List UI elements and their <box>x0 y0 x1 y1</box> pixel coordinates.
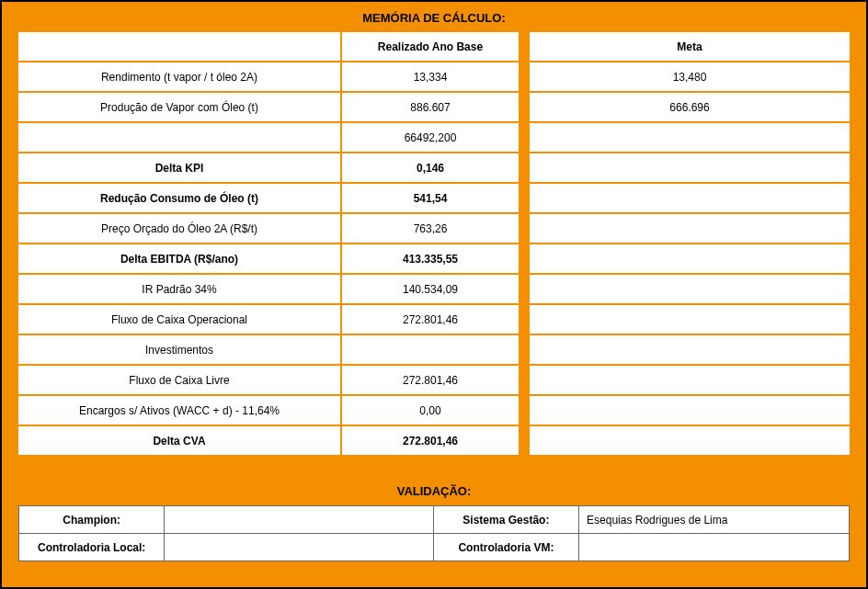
table-row: Delta KPI0,146 <box>18 153 519 182</box>
table-row: IR Padrão 34%140.534,09 <box>18 275 519 303</box>
table-row: 666.696 <box>530 93 850 121</box>
table-row: Preço Orçado do Óleo 2A (R$/t)763,26 <box>18 214 519 243</box>
validation-table: Champion: Sistema Gestão: Esequias Rodri… <box>18 505 850 561</box>
table-row <box>530 184 850 212</box>
contr-local-value <box>165 534 433 561</box>
row-realizado: 763,26 <box>342 214 519 243</box>
table-row <box>530 305 850 334</box>
row-meta <box>530 305 850 334</box>
row-label: IR Padrão 34% <box>18 275 340 303</box>
calc-header-row: Realizado Ano Base <box>18 32 519 61</box>
row-meta <box>530 214 850 243</box>
table-row <box>530 214 850 243</box>
page: MEMÓRIA DE CÁLCULO: Realizado Ano Base R… <box>0 0 868 589</box>
row-realizado: 541,54 <box>342 184 519 212</box>
validation-section: VALIDAÇÃO: Champion: Sistema Gestão: Ese… <box>2 479 866 561</box>
row-label: Delta CVA <box>18 426 340 455</box>
row-realizado <box>342 335 519 364</box>
row-meta: 13,480 <box>530 62 850 91</box>
table-row: Investimentos <box>18 335 519 364</box>
table-row: Redução Consumo de Óleo (t)541,54 <box>18 184 519 212</box>
table-row <box>530 396 850 425</box>
calc-header-meta-row: Meta <box>530 32 850 61</box>
table-row: Fluxo de Caixa Livre272.801,46 <box>18 366 519 394</box>
table-row <box>530 426 850 455</box>
row-meta <box>530 335 850 364</box>
contr-local-label: Controladoria Local: <box>19 534 165 561</box>
row-label: Produção de Vapor com Óleo (t) <box>18 93 340 121</box>
row-label: Preço Orçado do Óleo 2A (R$/t) <box>18 214 340 243</box>
row-label: Delta EBITDA (R$/ano) <box>18 244 340 273</box>
row-meta <box>530 244 850 273</box>
calc-right-block: Meta 13,480666.696 <box>530 32 850 455</box>
row-realizado: 272.801,46 <box>342 366 519 394</box>
validation-title: VALIDAÇÃO: <box>2 479 866 505</box>
header-realizado: Realizado Ano Base <box>342 32 519 61</box>
row-realizado: 140.534,09 <box>342 275 519 303</box>
table-row <box>530 335 850 364</box>
row-label: Fluxo de Caixa Livre <box>18 366 340 394</box>
sistema-label: Sistema Gestão: <box>433 506 578 534</box>
row-realizado: 13,334 <box>342 62 519 91</box>
row-realizado: 0,146 <box>342 153 519 182</box>
champion-label: Champion: <box>19 506 165 534</box>
row-realizado: 0,00 <box>342 396 519 425</box>
champion-value <box>165 506 433 534</box>
calc-left-block: Realizado Ano Base Rendimento (t vapor /… <box>18 32 519 455</box>
row-realizado: 886.607 <box>342 93 519 121</box>
validation-row-1: Champion: Sistema Gestão: Esequias Rodri… <box>19 506 850 534</box>
row-meta <box>530 123 850 152</box>
table-row: Fluxo de Caixa Operacional272.801,46 <box>18 305 519 334</box>
row-meta <box>530 396 850 425</box>
contr-vm-label: Controladoria VM: <box>433 534 578 561</box>
table-row: 13,480 <box>530 62 850 91</box>
header-meta: Meta <box>530 32 850 61</box>
row-label: Redução Consumo de Óleo (t) <box>18 184 340 212</box>
row-meta <box>530 184 850 212</box>
row-label: Fluxo de Caixa Operacional <box>18 305 340 334</box>
contr-vm-value <box>579 534 850 561</box>
table-row <box>530 244 850 273</box>
row-label: Delta KPI <box>18 153 340 182</box>
table-row: Produção de Vapor com Óleo (t)886.607 <box>18 93 519 121</box>
row-label <box>18 123 340 152</box>
row-label: Investimentos <box>18 335 340 364</box>
table-row: Delta CVA272.801,46 <box>18 426 519 455</box>
table-row: Delta EBITDA (R$/ano)413.335,55 <box>18 244 519 273</box>
row-realizado: 272.801,46 <box>342 305 519 334</box>
calc-table: Realizado Ano Base Rendimento (t vapor /… <box>2 32 866 455</box>
row-label: Encargos s/ Ativos (WACC + d) - 11,64% <box>18 396 340 425</box>
table-row: 66492,200 <box>18 123 519 152</box>
table-row: Encargos s/ Ativos (WACC + d) - 11,64%0,… <box>18 396 519 425</box>
row-realizado: 272.801,46 <box>342 426 519 455</box>
table-row <box>530 153 850 182</box>
table-row <box>530 275 850 303</box>
table-row <box>530 123 850 152</box>
row-realizado: 66492,200 <box>342 123 519 152</box>
validation-row-2: Controladoria Local: Controladoria VM: <box>19 534 850 561</box>
header-label <box>18 32 340 61</box>
row-meta: 666.696 <box>530 93 850 121</box>
row-meta <box>530 275 850 303</box>
row-meta <box>530 153 850 182</box>
table-row: Rendimento (t vapor / t óleo 2A)13,334 <box>18 62 519 91</box>
row-meta <box>530 426 850 455</box>
calc-section-title: MEMÓRIA DE CÁLCULO: <box>2 2 866 32</box>
row-meta <box>530 366 850 394</box>
table-row <box>530 366 850 394</box>
row-label: Rendimento (t vapor / t óleo 2A) <box>18 62 340 91</box>
row-realizado: 413.335,55 <box>342 244 519 273</box>
sistema-value: Esequias Rodrigues de Lima <box>579 506 850 534</box>
